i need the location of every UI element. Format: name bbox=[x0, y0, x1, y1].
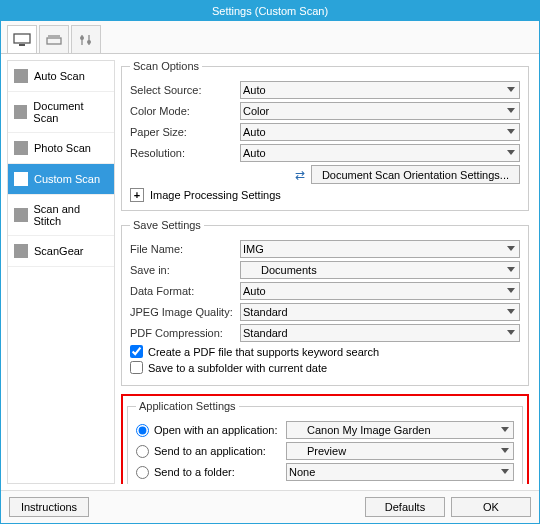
application-settings-legend: Application Settings bbox=[136, 400, 239, 412]
sidebar-item-label: Scan and Stitch bbox=[34, 203, 108, 227]
pdf-compression-combo[interactable]: Standard bbox=[240, 324, 520, 342]
svg-point-6 bbox=[80, 36, 84, 40]
resolution-combo[interactable]: Auto bbox=[240, 144, 520, 162]
sidebar-item-label: Auto Scan bbox=[34, 70, 85, 82]
sliders-icon bbox=[77, 33, 95, 47]
open-with-label: Open with an application: bbox=[154, 424, 278, 436]
auto-scan-icon bbox=[14, 69, 28, 83]
open-with-radio[interactable] bbox=[136, 424, 149, 437]
color-mode-combo[interactable]: Color bbox=[240, 102, 520, 120]
content-pane: Scan Options Select Source: Auto Color M… bbox=[121, 60, 533, 484]
send-app-combo[interactable]: Preview bbox=[286, 442, 514, 460]
sidebar-item-custom-scan[interactable]: Custom Scan bbox=[8, 164, 114, 195]
sidebar-item-label: Document Scan bbox=[33, 100, 108, 124]
image-processing-label: Image Processing Settings bbox=[150, 189, 281, 201]
jpeg-quality-label: JPEG Image Quality: bbox=[130, 306, 240, 318]
sidebar-item-label: ScanGear bbox=[34, 245, 84, 257]
sidebar-item-scangear[interactable]: ScanGear bbox=[8, 236, 114, 267]
svg-point-7 bbox=[87, 40, 91, 44]
jpeg-quality-combo[interactable]: Standard bbox=[240, 303, 520, 321]
save-settings-legend: Save Settings bbox=[130, 219, 204, 231]
sidebar-item-photo-scan[interactable]: Photo Scan bbox=[8, 133, 114, 164]
photo-scan-icon bbox=[14, 141, 28, 155]
document-scan-icon bbox=[14, 105, 27, 119]
pdf-keyword-label: Create a PDF file that supports keyword … bbox=[148, 346, 379, 358]
resolution-label: Resolution: bbox=[130, 147, 240, 159]
open-with-combo[interactable]: Canon My Image Garden bbox=[286, 421, 514, 439]
select-source-label: Select Source: bbox=[130, 84, 240, 96]
data-format-combo[interactable]: Auto bbox=[240, 282, 520, 300]
scan-options-group: Scan Options Select Source: Auto Color M… bbox=[121, 60, 529, 211]
sidebar-item-label: Photo Scan bbox=[34, 142, 91, 154]
tab-scan-from-computer[interactable] bbox=[7, 25, 37, 53]
settings-window: Settings (Custom Scan) Auto Scan Documen… bbox=[0, 0, 540, 524]
sidebar-item-label: Custom Scan bbox=[34, 173, 100, 185]
subfolder-checkbox[interactable] bbox=[130, 361, 143, 374]
send-folder-combo[interactable]: None bbox=[286, 463, 514, 481]
ok-button[interactable]: OK bbox=[451, 497, 531, 517]
send-folder-label: Send to a folder: bbox=[154, 466, 235, 478]
expand-image-processing-button[interactable]: + bbox=[130, 188, 144, 202]
swap-arrows-icon: ⇄ bbox=[295, 168, 305, 182]
custom-scan-icon bbox=[14, 172, 28, 186]
file-name-label: File Name: bbox=[130, 243, 240, 255]
data-format-label: Data Format: bbox=[130, 285, 240, 297]
send-folder-radio[interactable] bbox=[136, 466, 149, 479]
defaults-button[interactable]: Defaults bbox=[365, 497, 445, 517]
top-toolbar bbox=[1, 21, 539, 54]
sidebar-item-document-scan[interactable]: Document Scan bbox=[8, 92, 114, 133]
sidebar-item-scan-and-stitch[interactable]: Scan and Stitch bbox=[8, 195, 114, 236]
subfolder-label: Save to a subfolder with current date bbox=[148, 362, 327, 374]
paper-size-combo[interactable]: Auto bbox=[240, 123, 520, 141]
instructions-button[interactable]: Instructions bbox=[9, 497, 89, 517]
scanner-icon bbox=[45, 33, 63, 47]
application-settings-group: Application Settings Open with an applic… bbox=[127, 400, 523, 484]
scan-options-legend: Scan Options bbox=[130, 60, 202, 72]
send-app-radio[interactable] bbox=[136, 445, 149, 458]
orientation-settings-button[interactable]: Document Scan Orientation Settings... bbox=[311, 165, 520, 184]
save-in-label: Save in: bbox=[130, 264, 240, 276]
pdf-keyword-checkbox[interactable] bbox=[130, 345, 143, 358]
application-settings-highlight: Application Settings Open with an applic… bbox=[121, 394, 529, 484]
monitor-icon bbox=[13, 33, 31, 47]
scangear-icon bbox=[14, 244, 28, 258]
sidebar-item-auto-scan[interactable]: Auto Scan bbox=[8, 61, 114, 92]
svg-rect-1 bbox=[19, 44, 25, 46]
window-title: Settings (Custom Scan) bbox=[1, 1, 539, 21]
file-name-combo[interactable]: IMG bbox=[240, 240, 520, 258]
footer: Instructions Defaults OK bbox=[1, 490, 539, 523]
tab-scan-from-device[interactable] bbox=[39, 25, 69, 53]
select-source-combo[interactable]: Auto bbox=[240, 81, 520, 99]
svg-rect-0 bbox=[14, 34, 30, 43]
send-app-label: Send to an application: bbox=[154, 445, 266, 457]
scan-stitch-icon bbox=[14, 208, 28, 222]
paper-size-label: Paper Size: bbox=[130, 126, 240, 138]
pdf-compression-label: PDF Compression: bbox=[130, 327, 240, 339]
sidebar: Auto Scan Document Scan Photo Scan Custo… bbox=[7, 60, 115, 484]
tab-general-settings[interactable] bbox=[71, 25, 101, 53]
svg-rect-2 bbox=[47, 38, 61, 44]
color-mode-label: Color Mode: bbox=[130, 105, 240, 117]
save-in-combo[interactable]: Documents bbox=[240, 261, 520, 279]
save-settings-group: Save Settings File Name: IMG Save in: Do… bbox=[121, 219, 529, 386]
